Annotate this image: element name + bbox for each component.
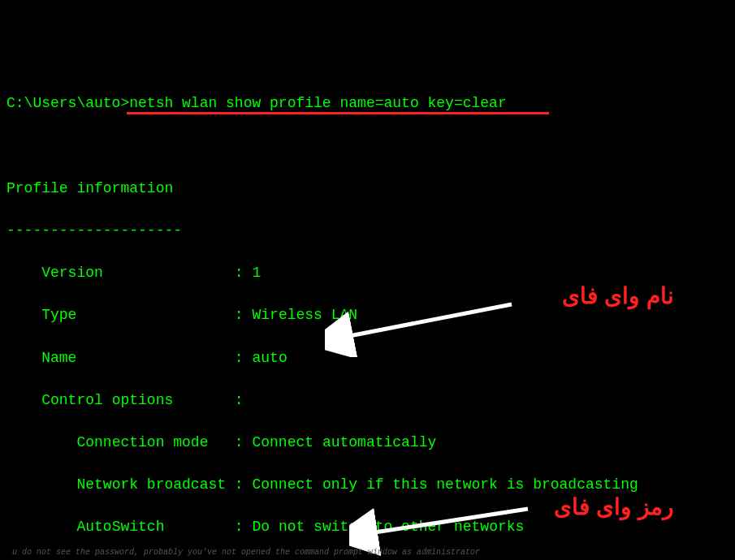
wifi-name-annotation: نام وای فای [562, 280, 674, 313]
type-value: Wireless LAN [252, 307, 357, 323]
profile-info-divider: -------------------- [6, 220, 729, 241]
command-prompt-line[interactable]: C:\Users\auto>netsh wlan show profile na… [6, 93, 729, 114]
control-options-row: Control options : [6, 390, 729, 411]
name-row: Name : auto [6, 347, 729, 368]
admin-hint: u do not see the password, probably you'… [12, 547, 480, 559]
connection-mode-row: Connection mode : Connect automatically [6, 432, 729, 453]
network-broadcast-label: Network broadcast [76, 476, 226, 493]
type-label: Type [41, 307, 76, 323]
wifi-password-annotation: رمز وای فای [554, 491, 674, 524]
control-options-label: Control options [41, 392, 173, 408]
connection-mode-label: Connection mode [76, 434, 208, 450]
blank-line [6, 136, 729, 157]
autoswitch-value: Do not switch to other networks [252, 519, 524, 535]
prompt-path: C:\Users\auto> [6, 95, 129, 111]
version-value: 1 [252, 265, 261, 281]
name-value: auto [252, 350, 287, 366]
command-underline [127, 112, 549, 114]
profile-info-header: Profile information [6, 178, 729, 199]
autoswitch-label: AutoSwitch [76, 519, 164, 535]
version-label: Version [41, 265, 103, 281]
command-text: netsh wlan show profile name=auto key=cl… [129, 95, 506, 111]
connection-mode-value: Connect automatically [252, 434, 436, 450]
name-label: Name [41, 350, 76, 366]
